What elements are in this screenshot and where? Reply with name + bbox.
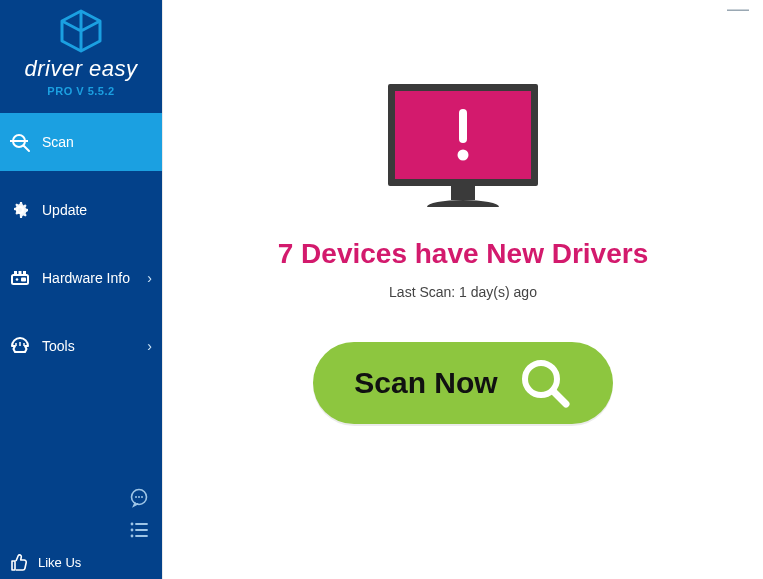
- app-logo-icon: [56, 8, 106, 54]
- nav-label: Scan: [42, 134, 74, 150]
- nav-item-tools[interactable]: Tools ›: [0, 317, 162, 375]
- nav-item-update[interactable]: Update: [0, 181, 162, 239]
- svg-rect-7: [19, 271, 22, 274]
- svg-rect-6: [14, 271, 17, 274]
- tools-icon: [8, 334, 32, 358]
- like-us-button[interactable]: Like Us: [0, 547, 162, 575]
- nav-label: Hardware Info: [42, 270, 130, 286]
- alert-monitor-graphic: [163, 84, 763, 210]
- status-headline: 7 Devices have New Drivers: [163, 238, 763, 270]
- feedback-icon[interactable]: [128, 487, 150, 509]
- chevron-right-icon: ›: [147, 338, 152, 354]
- svg-point-14: [138, 496, 140, 498]
- like-us-label: Like Us: [38, 555, 81, 570]
- logo-block: driver easy PRO V 5.5.2: [0, 0, 162, 107]
- nav-label: Tools: [42, 338, 75, 354]
- main-panel: — 7 Devices have New Drivers Last Scan: …: [162, 0, 763, 579]
- svg-line-1: [24, 146, 30, 152]
- scan-now-button[interactable]: Scan Now: [313, 342, 613, 424]
- svg-point-15: [141, 496, 143, 498]
- svg-line-25: [553, 391, 566, 404]
- nav-item-hardware-info[interactable]: Hardware Info ›: [0, 249, 162, 307]
- chevron-right-icon: ›: [147, 270, 152, 286]
- scan-now-label: Scan Now: [354, 366, 497, 400]
- search-icon: [518, 356, 572, 410]
- svg-rect-5: [21, 278, 26, 282]
- version-label: PRO V 5.5.2: [0, 85, 162, 97]
- svg-point-18: [131, 535, 134, 538]
- thumbs-up-icon: [8, 551, 30, 573]
- svg-point-23: [458, 150, 469, 161]
- sidebar-bottom: Like Us: [0, 487, 162, 579]
- sidebar: driver easy PRO V 5.5.2 Scan Update Hard…: [0, 0, 162, 579]
- nav-label: Update: [42, 202, 87, 218]
- svg-point-17: [131, 529, 134, 532]
- brand-name: driver easy: [0, 56, 162, 82]
- last-scan-text: Last Scan: 1 day(s) ago: [163, 284, 763, 300]
- svg-rect-22: [459, 109, 467, 143]
- svg-point-4: [16, 278, 19, 281]
- menu-list-icon[interactable]: [128, 519, 150, 541]
- svg-point-16: [131, 523, 134, 526]
- scan-icon: [8, 130, 32, 154]
- svg-rect-8: [23, 271, 26, 274]
- minimize-button[interactable]: —: [727, 4, 749, 14]
- exclamation-icon: [448, 105, 478, 165]
- gear-icon: [8, 198, 32, 222]
- nav: Scan Update Hardware Info › Tools ›: [0, 113, 162, 385]
- hardware-icon: [8, 266, 32, 290]
- svg-point-13: [135, 496, 137, 498]
- nav-item-scan[interactable]: Scan: [0, 113, 162, 171]
